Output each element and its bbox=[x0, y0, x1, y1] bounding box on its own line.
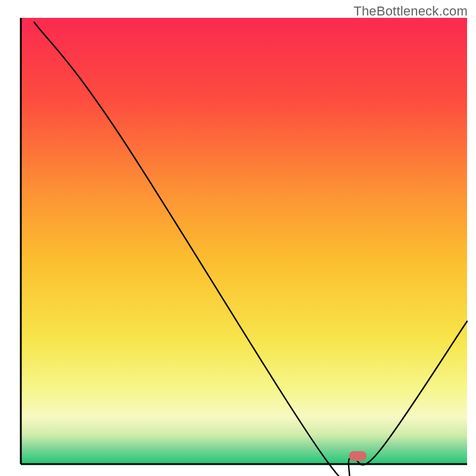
optimal-marker bbox=[349, 451, 367, 461]
chart-container: { "watermark": "TheBottleneck.com", "cha… bbox=[0, 0, 476, 476]
bottleneck-chart bbox=[0, 0, 476, 476]
gradient-background bbox=[21, 18, 467, 464]
watermark-text: TheBottleneck.com bbox=[353, 4, 468, 19]
